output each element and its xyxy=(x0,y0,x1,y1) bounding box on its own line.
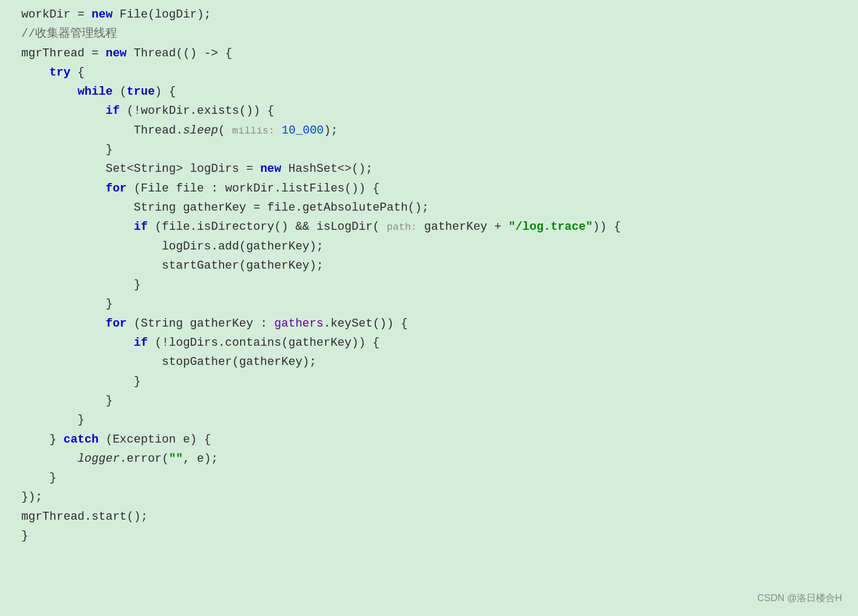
code-line-12: if (file.isDirectory() && isLogDir( path… xyxy=(21,218,837,237)
code-line-5: while (true) { xyxy=(21,82,837,102)
code-line-8: } xyxy=(21,140,837,160)
code-line-11: String gatherKey = file.getAbsolutePath(… xyxy=(21,198,837,218)
code-line-28: } xyxy=(21,527,837,546)
code-line-2: //收集器管理线程 xyxy=(21,24,837,44)
code-line-7: Thread.sleep( millis: 10_000); xyxy=(21,121,837,140)
code-line-16: } xyxy=(21,295,837,314)
code-line-27: mgrThread.start(); xyxy=(21,507,837,527)
watermark: CSDN @洛日楼合H xyxy=(757,590,842,606)
code-line-26: }); xyxy=(21,488,837,507)
code-line-25: } xyxy=(21,469,837,488)
code-line-13: logDirs.add(gatherKey); xyxy=(21,237,837,256)
code-line-17: for (String gatherKey : gathers.keySet()… xyxy=(21,314,837,334)
code-line-20: } xyxy=(21,372,837,392)
code-line-3: mgrThread = new Thread(() -> { xyxy=(21,44,837,63)
code-line-4: try { xyxy=(21,63,837,82)
code-line-6: if (!workDir.exists()) { xyxy=(21,102,837,121)
code-line-1: workDir = new File(logDir); xyxy=(21,5,837,24)
code-line-10: for (File file : workDir.listFiles()) { xyxy=(21,179,837,198)
code-line-18: if (!logDirs.contains(gatherKey)) { xyxy=(21,334,837,353)
code-line-14: startGather(gatherKey); xyxy=(21,256,837,276)
code-container: workDir = new File(logDir); //收集器管理线程 mg… xyxy=(0,0,858,616)
code-line-23: } catch (Exception e) { xyxy=(21,430,837,449)
code-line-9: Set<String> logDirs = new HashSet<>(); xyxy=(21,160,837,179)
code-line-22: } xyxy=(21,411,837,430)
code-line-24: logger.error("", e); xyxy=(21,449,837,469)
code-line-21: } xyxy=(21,392,837,411)
code-line-15: } xyxy=(21,276,837,295)
code-line-19: stopGather(gatherKey); xyxy=(21,353,837,372)
